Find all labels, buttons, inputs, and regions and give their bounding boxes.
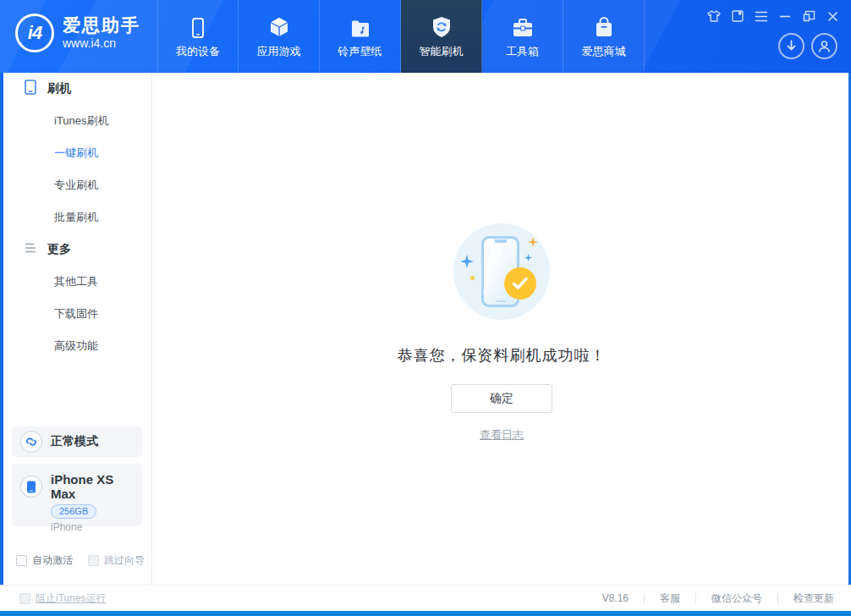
- logo-monogram: i4: [15, 14, 54, 52]
- tab-smart-flash[interactable]: 智能刷机: [401, 0, 482, 73]
- sparkle-dot: [470, 276, 475, 280]
- hamburger-icon[interactable]: [755, 9, 768, 23]
- app-logo: i4 爱思助手 www.i4.cn: [15, 14, 140, 52]
- sidebar-group-more[interactable]: 更多: [3, 234, 151, 266]
- sparkle-icon: [460, 255, 474, 268]
- tab-label: 智能刷机: [420, 44, 464, 59]
- content-row: 刷机 iTunes刷机 一键刷机 专业刷机 批量刷机 更多 其他工具 下载固件 …: [0, 73, 851, 585]
- device-icon: [189, 14, 207, 38]
- tab-ringtones-wallpapers[interactable]: 铃声壁纸: [320, 0, 401, 73]
- tab-store[interactable]: 爱思商城: [563, 0, 645, 73]
- sidebar-checkboxes: 自动激活 跳过向导: [16, 553, 145, 568]
- confirm-button[interactable]: 确定: [451, 384, 552, 413]
- phone-notch: [494, 239, 507, 243]
- tab-label: 爱思商城: [582, 44, 626, 59]
- music-folder-icon: [350, 14, 371, 38]
- sidebar-item-download-firmware[interactable]: 下载固件: [3, 298, 151, 330]
- shopping-bag-icon: [594, 14, 614, 38]
- tab-toolbox[interactable]: 工具箱: [482, 0, 563, 73]
- sidebar-item-other-tools[interactable]: 其他工具: [3, 266, 151, 298]
- profile-icon[interactable]: [811, 33, 837, 59]
- phone-icon: [20, 476, 42, 498]
- checkbox-label: 阻止iTunes运行: [36, 591, 107, 606]
- wechat-link[interactable]: 微信公众号: [696, 591, 777, 606]
- titlebar: i4 爱思助手 www.i4.cn 我的设备 应用游戏: [0, 0, 851, 73]
- window-border-left: [0, 73, 3, 585]
- floppy-icon[interactable]: [731, 9, 744, 23]
- footer-links: V8.16 客服 微信公众号 检查更新: [587, 591, 834, 606]
- main-panel: 恭喜您，保资料刷机成功啦！ 确定 查看日志: [152, 73, 851, 585]
- checkbox-label: 自动激活: [32, 553, 73, 568]
- tab-apps-games[interactable]: 应用游戏: [239, 0, 320, 73]
- phone-sheen: [483, 244, 504, 294]
- phone-homebar: [495, 300, 506, 302]
- main-nav: 我的设备 应用游戏 铃声壁纸 智能刷机: [157, 0, 645, 73]
- sidebar-item-one-click-flash[interactable]: 一键刷机: [3, 137, 151, 169]
- shirt-icon[interactable]: [707, 9, 721, 23]
- sidebar-item-pro-flash[interactable]: 专业刷机: [3, 169, 151, 201]
- phone-success-illustration: [453, 223, 550, 320]
- success-check-icon: [504, 267, 536, 300]
- app-url: www.i4.cn: [63, 36, 140, 51]
- sidebar-cards: 正常模式 iPhone XS Max 256GB iPhone: [12, 426, 142, 526]
- link-mode-icon: [20, 431, 42, 453]
- group-label: 刷机: [47, 81, 71, 96]
- checkbox-box: [19, 593, 30, 604]
- toolbox-icon: [512, 14, 534, 38]
- check-update-link[interactable]: 检查更新: [778, 591, 834, 606]
- tab-my-device[interactable]: 我的设备: [157, 0, 239, 73]
- sidebar-item-itunes-flash[interactable]: iTunes刷机: [3, 105, 151, 137]
- tab-label: 铃声壁纸: [338, 44, 382, 59]
- device-name: iPhone XS Max: [51, 472, 134, 501]
- block-itunes-checkbox[interactable]: 阻止iTunes运行: [19, 591, 107, 606]
- sparkle-icon: [524, 254, 532, 261]
- shield-refresh-icon: [431, 14, 452, 38]
- view-log-link[interactable]: 查看日志: [480, 427, 524, 443]
- header-round-buttons: [778, 33, 837, 59]
- sidebar-item-batch-flash[interactable]: 批量刷机: [3, 201, 151, 234]
- app-window: i4 爱思助手 www.i4.cn 我的设备 应用游戏: [0, 0, 851, 616]
- sparkle-icon: [528, 237, 538, 247]
- checkbox-box: [88, 555, 99, 566]
- mode-label: 正常模式: [51, 434, 98, 449]
- window-controls: [707, 9, 839, 23]
- group-label: 更多: [47, 242, 71, 257]
- success-message: 恭喜您，保资料刷机成功啦！: [398, 345, 607, 366]
- cube-icon: [268, 14, 290, 38]
- status-bar: 阻止iTunes运行 V8.16 客服 微信公众号 检查更新: [0, 585, 851, 611]
- capacity-badge: 256GB: [51, 504, 96, 519]
- tab-label: 工具箱: [506, 44, 539, 59]
- version-label: V8.16: [587, 592, 644, 604]
- auto-activate-checkbox[interactable]: 自动激活: [16, 553, 73, 568]
- tab-label: 应用游戏: [257, 44, 301, 59]
- menu-lines-icon: [24, 242, 37, 257]
- app-title: 爱思助手: [63, 15, 140, 36]
- checkbox-label: 跳过向导: [104, 553, 145, 568]
- download-icon[interactable]: [778, 33, 804, 59]
- window-border-bottom: [0, 611, 851, 616]
- minimize-icon[interactable]: [778, 9, 792, 23]
- device-card[interactable]: iPhone XS Max 256GB iPhone: [12, 464, 142, 526]
- sidebar-group-flash[interactable]: 刷机: [3, 73, 151, 105]
- maximize-icon[interactable]: [802, 9, 815, 23]
- checkbox-box: [16, 555, 27, 566]
- flash-phone-icon: [24, 80, 37, 98]
- device-type: iPhone: [51, 521, 134, 533]
- logo-text: 爱思助手 www.i4.cn: [63, 15, 140, 51]
- skip-setup-checkbox[interactable]: 跳过向导: [88, 553, 145, 568]
- support-link[interactable]: 客服: [645, 591, 695, 606]
- close-icon[interactable]: [826, 9, 839, 23]
- tab-label: 我的设备: [176, 44, 220, 59]
- mode-card[interactable]: 正常模式: [12, 426, 142, 457]
- sidebar-item-advanced-features[interactable]: 高级功能: [3, 330, 151, 362]
- sidebar: 刷机 iTunes刷机 一键刷机 专业刷机 批量刷机 更多 其他工具 下载固件 …: [0, 73, 152, 585]
